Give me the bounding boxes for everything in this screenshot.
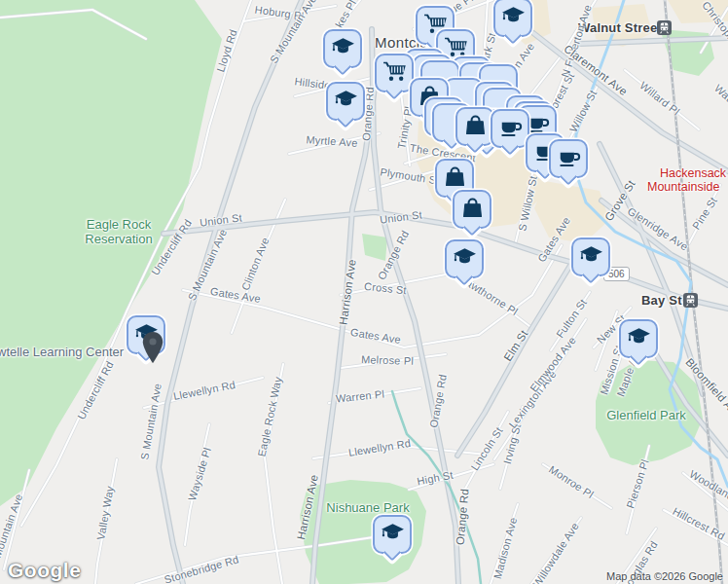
coffee-cup-icon (557, 145, 581, 173)
shopping-bag-icon (463, 113, 488, 141)
graduation-cap-icon (334, 88, 358, 116)
school-marker[interactable] (373, 515, 412, 554)
shopping-marker[interactable] (453, 190, 491, 229)
shopping-cart-icon (382, 59, 407, 88)
cafe-marker[interactable] (549, 139, 588, 178)
school-marker[interactable] (493, 0, 532, 37)
cafe-marker[interactable] (491, 109, 529, 148)
graduation-cap-icon (453, 245, 477, 274)
graduation-cap-icon (579, 243, 603, 272)
graduation-cap-icon (501, 4, 526, 32)
school-marker[interactable] (323, 29, 362, 68)
shopping-bag-icon (460, 196, 485, 224)
graduation-cap-icon (331, 35, 355, 63)
shopping-bag-icon (443, 164, 467, 193)
school-marker[interactable] (571, 237, 610, 276)
train-station-icon[interactable] (683, 293, 698, 308)
school-marker[interactable] (326, 82, 365, 121)
map-attribution: Map data ©2026 Google (606, 570, 723, 582)
map-viewport[interactable]: { "map": { "logo_text": "Google", "attri… (0, 0, 728, 584)
map-pin-icon (141, 331, 164, 364)
school-marker[interactable] (619, 319, 658, 358)
supermarket-marker[interactable] (375, 54, 414, 92)
graduation-cap-icon (627, 325, 651, 353)
location-pin[interactable] (141, 331, 164, 368)
shopping-marker[interactable] (455, 107, 494, 146)
graduation-cap-icon (381, 521, 405, 549)
train-station-icon[interactable] (657, 20, 672, 35)
google-logo[interactable]: Google (8, 559, 81, 582)
school-marker[interactable] (445, 239, 484, 278)
coffee-cup-icon (498, 115, 523, 143)
